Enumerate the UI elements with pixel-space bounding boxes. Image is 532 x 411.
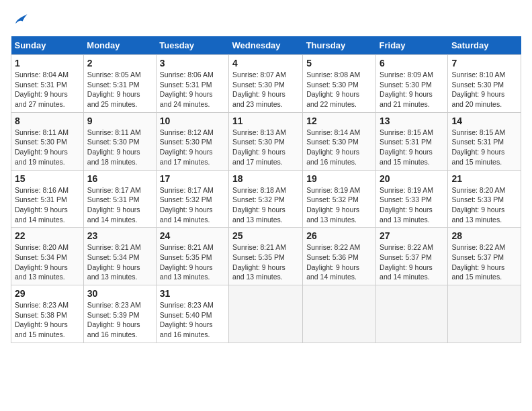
weekday-header-saturday: Saturday [448, 36, 521, 55]
day-number: 31 [160, 288, 225, 299]
day-info: Sunrise: 8:23 AMSunset: 5:39 PMDaylight:… [87, 301, 141, 338]
weekday-header-wednesday: Wednesday [229, 36, 303, 55]
calendar-cell: 26 Sunrise: 8:22 AMSunset: 5:36 PMDaylig… [303, 228, 376, 285]
day-number: 20 [380, 173, 444, 184]
calendar-cell: 28 Sunrise: 8:22 AMSunset: 5:37 PMDaylig… [448, 228, 521, 285]
calendar-week-1: 1 Sunrise: 8:04 AMSunset: 5:31 PMDayligh… [11, 55, 521, 113]
calendar-cell: 18 Sunrise: 8:18 AMSunset: 5:32 PMDaylig… [229, 170, 303, 228]
weekday-header-thursday: Thursday [303, 36, 376, 55]
day-number: 12 [306, 116, 372, 126]
day-number: 8 [15, 116, 80, 126]
day-number: 27 [380, 230, 444, 241]
day-info: Sunrise: 8:21 AMSunset: 5:35 PMDaylight:… [232, 243, 286, 281]
calendar-cell: 21 Sunrise: 8:20 AMSunset: 5:33 PMDaylig… [448, 170, 521, 228]
day-info: Sunrise: 8:19 AMSunset: 5:32 PMDaylight:… [306, 186, 360, 224]
weekday-header-monday: Monday [83, 36, 156, 55]
page-header [11, 11, 521, 30]
day-info: Sunrise: 8:22 AMSunset: 5:37 PMDaylight:… [451, 243, 505, 281]
calendar-cell: 3 Sunrise: 8:06 AMSunset: 5:31 PMDayligh… [156, 55, 228, 113]
weekday-header-friday: Friday [376, 36, 448, 55]
day-info: Sunrise: 8:21 AMSunset: 5:35 PMDaylight:… [160, 243, 214, 281]
day-info: Sunrise: 8:09 AMSunset: 5:30 PMDaylight:… [380, 71, 433, 108]
day-info: Sunrise: 8:05 AMSunset: 5:31 PMDaylight:… [87, 71, 141, 108]
day-number: 1 [15, 58, 80, 68]
day-number: 17 [160, 173, 225, 184]
calendar-cell: 5 Sunrise: 8:08 AMSunset: 5:30 PMDayligh… [303, 55, 376, 113]
day-info: Sunrise: 8:17 AMSunset: 5:32 PMDaylight:… [160, 186, 214, 224]
calendar-cell: 2 Sunrise: 8:05 AMSunset: 5:31 PMDayligh… [83, 55, 156, 113]
day-number: 29 [15, 288, 80, 299]
day-number: 19 [306, 173, 372, 184]
calendar-cell: 4 Sunrise: 8:07 AMSunset: 5:30 PMDayligh… [229, 55, 303, 113]
calendar-cell: 17 Sunrise: 8:17 AMSunset: 5:32 PMDaylig… [156, 170, 228, 228]
day-info: Sunrise: 8:15 AMSunset: 5:31 PMDaylight:… [380, 128, 433, 166]
day-info: Sunrise: 8:20 AMSunset: 5:34 PMDaylight:… [15, 243, 69, 281]
day-info: Sunrise: 8:17 AMSunset: 5:31 PMDaylight:… [87, 186, 141, 224]
calendar-week-3: 15 Sunrise: 8:16 AMSunset: 5:31 PMDaylig… [11, 170, 521, 228]
calendar-week-5: 29 Sunrise: 8:23 AMSunset: 5:38 PMDaylig… [11, 285, 521, 343]
calendar-cell: 23 Sunrise: 8:21 AMSunset: 5:34 PMDaylig… [83, 228, 156, 285]
day-number: 13 [380, 116, 444, 126]
calendar-cell: 8 Sunrise: 8:11 AMSunset: 5:30 PMDayligh… [11, 112, 84, 170]
weekday-header-sunday: Sunday [11, 36, 84, 55]
day-number: 11 [232, 116, 299, 126]
calendar-cell: 11 Sunrise: 8:13 AMSunset: 5:30 PMDaylig… [229, 112, 303, 170]
day-number: 25 [232, 230, 299, 241]
calendar-cell: 12 Sunrise: 8:14 AMSunset: 5:30 PMDaylig… [303, 112, 376, 170]
day-info: Sunrise: 8:04 AMSunset: 5:31 PMDaylight:… [15, 71, 69, 108]
day-info: Sunrise: 8:06 AMSunset: 5:31 PMDaylight:… [160, 71, 214, 108]
day-number: 24 [160, 230, 225, 241]
calendar-cell [303, 285, 376, 343]
day-info: Sunrise: 8:14 AMSunset: 5:30 PMDaylight:… [306, 128, 360, 166]
day-number: 14 [451, 116, 517, 126]
calendar-cell: 13 Sunrise: 8:15 AMSunset: 5:31 PMDaylig… [376, 112, 448, 170]
day-number: 2 [87, 58, 152, 68]
day-info: Sunrise: 8:23 AMSunset: 5:40 PMDaylight:… [160, 301, 214, 338]
day-info: Sunrise: 8:07 AMSunset: 5:30 PMDaylight:… [232, 71, 286, 108]
day-info: Sunrise: 8:08 AMSunset: 5:30 PMDaylight:… [306, 71, 360, 108]
calendar-cell: 7 Sunrise: 8:10 AMSunset: 5:30 PMDayligh… [448, 55, 521, 113]
day-info: Sunrise: 8:11 AMSunset: 5:30 PMDaylight:… [87, 128, 141, 166]
day-number: 28 [451, 230, 517, 241]
day-info: Sunrise: 8:15 AMSunset: 5:31 PMDaylight:… [451, 128, 505, 166]
calendar-cell: 29 Sunrise: 8:23 AMSunset: 5:38 PMDaylig… [11, 285, 84, 343]
calendar-cell [229, 285, 303, 343]
day-info: Sunrise: 8:22 AMSunset: 5:37 PMDaylight:… [380, 243, 433, 281]
day-number: 6 [380, 58, 444, 68]
day-number: 5 [306, 58, 372, 68]
calendar-cell: 24 Sunrise: 8:21 AMSunset: 5:35 PMDaylig… [156, 228, 228, 285]
calendar-week-4: 22 Sunrise: 8:20 AMSunset: 5:34 PMDaylig… [11, 228, 521, 285]
calendar-cell: 31 Sunrise: 8:23 AMSunset: 5:40 PMDaylig… [156, 285, 228, 343]
day-number: 7 [451, 58, 517, 68]
weekday-header-row: SundayMondayTuesdayWednesdayThursdayFrid… [11, 36, 521, 55]
calendar-cell: 1 Sunrise: 8:04 AMSunset: 5:31 PMDayligh… [11, 55, 84, 113]
day-number: 18 [232, 173, 299, 184]
day-info: Sunrise: 8:12 AMSunset: 5:30 PMDaylight:… [160, 128, 214, 166]
calendar-cell: 27 Sunrise: 8:22 AMSunset: 5:37 PMDaylig… [376, 228, 448, 285]
day-info: Sunrise: 8:11 AMSunset: 5:30 PMDaylight:… [15, 128, 69, 166]
day-info: Sunrise: 8:10 AMSunset: 5:30 PMDaylight:… [451, 71, 505, 108]
day-number: 10 [160, 116, 225, 126]
day-info: Sunrise: 8:22 AMSunset: 5:36 PMDaylight:… [306, 243, 360, 281]
calendar-cell: 30 Sunrise: 8:23 AMSunset: 5:39 PMDaylig… [83, 285, 156, 343]
calendar-cell: 14 Sunrise: 8:15 AMSunset: 5:31 PMDaylig… [448, 112, 521, 170]
day-number: 16 [87, 173, 152, 184]
day-info: Sunrise: 8:18 AMSunset: 5:32 PMDaylight:… [232, 186, 286, 224]
day-number: 9 [87, 116, 152, 126]
calendar-cell: 25 Sunrise: 8:21 AMSunset: 5:35 PMDaylig… [229, 228, 303, 285]
day-number: 15 [15, 173, 80, 184]
day-info: Sunrise: 8:19 AMSunset: 5:33 PMDaylight:… [380, 186, 433, 224]
day-number: 23 [87, 230, 152, 241]
calendar-cell: 19 Sunrise: 8:19 AMSunset: 5:32 PMDaylig… [303, 170, 376, 228]
day-info: Sunrise: 8:23 AMSunset: 5:38 PMDaylight:… [15, 301, 69, 338]
logo [11, 11, 32, 30]
day-number: 26 [306, 230, 372, 241]
calendar-cell: 16 Sunrise: 8:17 AMSunset: 5:31 PMDaylig… [83, 170, 156, 228]
logo-icon [11, 11, 30, 30]
weekday-header-tuesday: Tuesday [156, 36, 228, 55]
calendar-cell: 20 Sunrise: 8:19 AMSunset: 5:33 PMDaylig… [376, 170, 448, 228]
calendar-cell [376, 285, 448, 343]
day-number: 3 [160, 58, 225, 68]
day-number: 21 [451, 173, 517, 184]
calendar-cell: 15 Sunrise: 8:16 AMSunset: 5:31 PMDaylig… [11, 170, 84, 228]
